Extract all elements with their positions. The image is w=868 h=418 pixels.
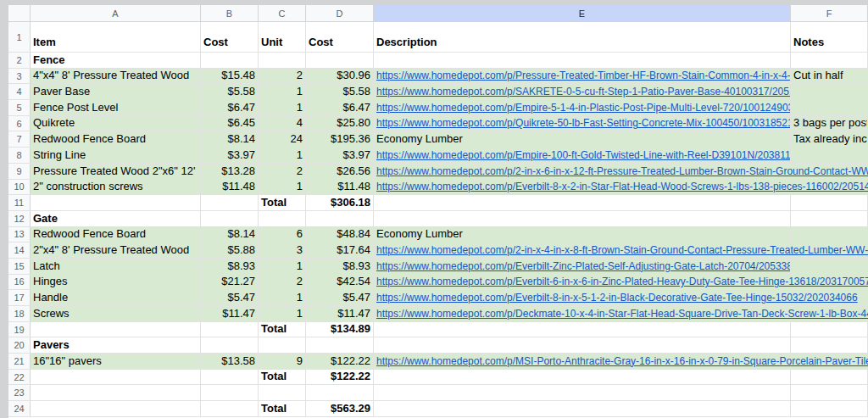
cell-F5[interactable] [791,100,868,115]
row-header-23[interactable]: 23 [8,385,31,400]
cell-B13[interactable]: $8.14 [201,227,259,242]
cell-F4[interactable] [791,84,868,99]
cell-A4[interactable]: Paver Base [31,84,201,99]
cell-C22[interactable]: Total [259,370,306,385]
cell-F15[interactable] [791,259,868,274]
cell-A3[interactable]: 4"x4" 8' Pressure Treated Wood [31,69,201,84]
row-header-5[interactable]: 5 [8,100,31,115]
cell-F23[interactable] [791,385,868,400]
row-header-14[interactable]: 14 [8,242,31,258]
row-header-10[interactable]: 10 [8,180,31,195]
cell-C3[interactable]: 2 [259,69,306,84]
cell-B18[interactable]: $11.47 [201,306,259,321]
cell-B10[interactable]: $11.48 [201,180,259,195]
cell-A12[interactable]: Gate [31,211,201,226]
cell-D13[interactable]: $48.84 [306,227,374,242]
cell-D20[interactable] [306,337,374,353]
cell-A24[interactable] [31,401,201,416]
cell-B5[interactable]: $6.47 [201,100,259,115]
product-link[interactable]: https://www.homedepot.com/p/Everbilt-6-i… [376,276,868,287]
column-header-D[interactable]: D [306,5,374,22]
cell-C5[interactable]: 1 [259,100,306,115]
cell-F1[interactable]: Notes [791,22,868,52]
cell-C21[interactable]: 9 [259,354,306,369]
cell-C19[interactable]: Total [259,322,306,337]
cell-F19[interactable] [791,322,868,337]
row-header-9[interactable]: 9 [8,164,31,179]
cell-C9[interactable]: 2 [259,164,306,179]
cell-D10[interactable]: $11.48 [306,180,374,195]
cell-F24[interactable] [791,401,868,416]
cell-F8[interactable] [791,148,868,163]
cell-B15[interactable]: $8.93 [201,259,259,274]
row-header-4[interactable]: 4 [8,84,31,99]
product-link[interactable]: https://www.homedepot.com/p/Everbilt-Zin… [376,260,791,272]
cell-C11[interactable]: Total [259,195,306,210]
cell-A1[interactable]: Item [31,22,201,52]
row-header-3[interactable]: 3 [8,69,31,84]
product-link[interactable]: https://www.homedepot.com/p/Empire-5-1-4… [376,102,791,114]
cell-B11[interactable] [201,195,259,210]
product-link[interactable]: https://www.homedepot.com/p/2-in-x-4-in-… [376,244,868,256]
cell-F20[interactable] [791,337,868,353]
cell-E1[interactable]: Description [374,22,791,52]
row-header-13[interactable]: 13 [8,227,31,242]
cell-F7[interactable]: Tax already included [791,131,868,147]
cell-C6[interactable]: 4 [259,116,306,131]
cell-D7[interactable]: $195.36 [306,131,374,147]
cell-D1[interactable]: Cost [306,22,374,52]
cell-F12[interactable] [791,211,868,226]
cell-F11[interactable] [791,195,868,210]
cell-F22[interactable] [791,370,868,385]
cell-D5[interactable]: $6.47 [306,100,374,115]
cell-D17[interactable]: $5.47 [306,290,374,305]
cell-C2[interactable] [259,53,306,68]
row-header-1[interactable]: 1 [8,22,31,52]
cell-B22[interactable] [201,370,259,385]
cell-A13[interactable]: Redwood Fence Board [31,227,201,242]
cell-C16[interactable]: 2 [259,275,306,290]
cell-B17[interactable]: $5.47 [201,290,259,305]
cell-C14[interactable]: 3 [259,242,306,258]
cell-F13[interactable] [791,227,868,242]
cell-B14[interactable]: $5.88 [201,242,259,258]
cell-D21[interactable]: $122.22 [306,354,374,369]
cell-A2[interactable]: Fence [31,53,201,68]
cell-A17[interactable]: Handle [31,290,201,305]
row-header-11[interactable]: 11 [8,195,31,210]
column-header-A[interactable]: A [31,5,201,22]
cell-D14[interactable]: $17.64 [306,242,374,258]
cell-B4[interactable]: $5.58 [201,84,259,99]
cell-B2[interactable] [201,53,259,68]
row-header-20[interactable]: 20 [8,337,31,353]
cell-B9[interactable]: $13.28 [201,164,259,179]
cell-A23[interactable] [31,385,201,400]
cell-E22[interactable] [374,370,791,385]
cell-E18[interactable]: https://www.homedepot.com/p/Deckmate-10-… [374,306,791,321]
cell-C10[interactable]: 1 [259,180,306,195]
cell-B24[interactable] [201,401,259,416]
cell-B3[interactable]: $15.48 [201,69,259,84]
product-link[interactable]: https://www.homedepot.com/p/Everbilt-8-i… [376,292,858,304]
cell-E6[interactable]: https://www.homedepot.com/p/Quikrete-50-… [374,116,791,131]
row-header-19[interactable]: 19 [8,322,31,337]
cell-E17[interactable]: https://www.homedepot.com/p/Everbilt-8-i… [374,290,791,305]
cell-D16[interactable]: $42.54 [306,275,374,290]
cell-A20[interactable]: Pavers [31,337,201,353]
row-header-24[interactable]: 24 [8,401,31,416]
cell-E10[interactable]: https://www.homedepot.com/p/Everbilt-8-x… [374,180,791,195]
cell-D6[interactable]: $25.80 [306,116,374,131]
cell-A15[interactable]: Latch [31,259,201,274]
column-header-B[interactable]: B [201,5,259,22]
cell-B12[interactable] [201,211,259,226]
cell-A7[interactable]: Redwood Fence Board [31,131,201,147]
cell-B23[interactable] [201,385,259,400]
cell-C18[interactable]: 1 [259,306,306,321]
cell-F3[interactable]: Cut in half [791,69,868,84]
cell-C15[interactable]: 1 [259,259,306,274]
row-header-15[interactable]: 15 [8,259,31,274]
cell-F2[interactable] [791,53,868,68]
cell-C1[interactable]: Unit [259,22,306,52]
cell-A10[interactable]: 2" construction screws [31,180,201,195]
cell-E16[interactable]: https://www.homedepot.com/p/Everbilt-6-i… [374,275,791,290]
